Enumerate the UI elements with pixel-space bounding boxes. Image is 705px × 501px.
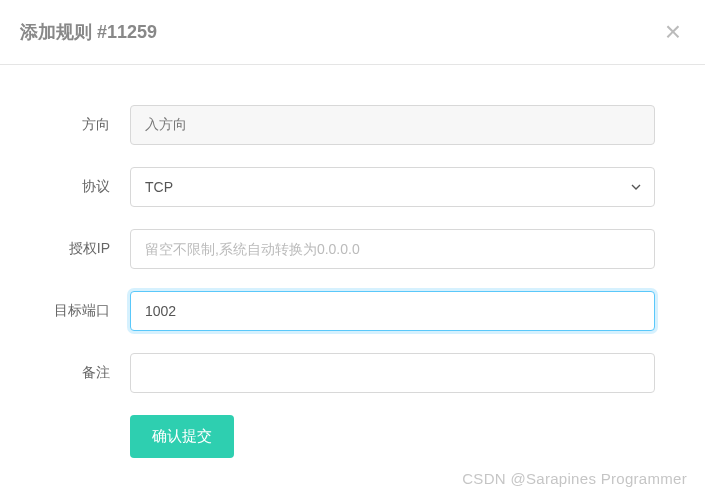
row-protocol: 协议 TCP: [20, 167, 655, 207]
row-submit: . 确认提交: [20, 415, 655, 458]
row-authorized-ip: 授权IP: [20, 229, 655, 269]
remark-input[interactable]: [130, 353, 655, 393]
submit-button[interactable]: 确认提交: [130, 415, 234, 458]
form-body: 方向 协议 TCP 授权IP 目标端口 备注 . 确认提交: [0, 65, 705, 500]
direction-input: [130, 105, 655, 145]
protocol-select[interactable]: TCP: [130, 167, 655, 207]
row-remark: 备注: [20, 353, 655, 393]
row-direction: 方向: [20, 105, 655, 145]
close-icon[interactable]: ×: [661, 18, 685, 46]
label-authorized-ip: 授权IP: [20, 240, 130, 258]
authorized-ip-input[interactable]: [130, 229, 655, 269]
row-target-port: 目标端口: [20, 291, 655, 331]
label-protocol: 协议: [20, 178, 130, 196]
target-port-input[interactable]: [130, 291, 655, 331]
modal-title: 添加规则 #11259: [20, 20, 157, 44]
label-target-port: 目标端口: [20, 302, 130, 320]
label-remark: 备注: [20, 364, 130, 382]
modal-header: 添加规则 #11259 ×: [0, 0, 705, 65]
label-direction: 方向: [20, 116, 130, 134]
